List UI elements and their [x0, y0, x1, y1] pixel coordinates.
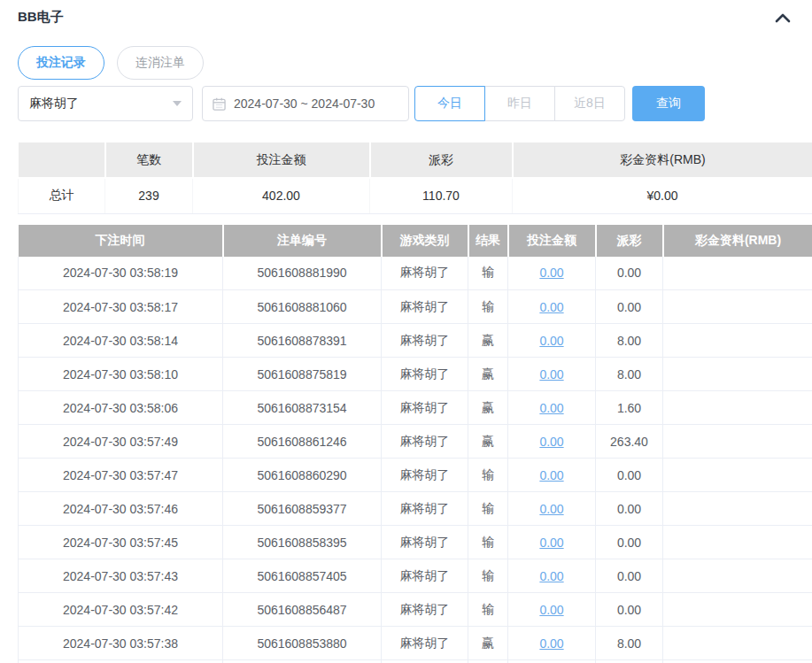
result-cell: 输	[468, 257, 508, 290]
summary-total-payout: 110.70	[370, 178, 513, 213]
bet-amount-cell: 0.00	[508, 425, 596, 459]
jackpot-cell	[663, 391, 812, 425]
result-cell: 输	[468, 593, 508, 627]
order-number-cell: 5061608881990	[223, 257, 382, 290]
collapse-button[interactable]	[775, 12, 791, 23]
payout-cell: 0.00	[596, 559, 663, 593]
table-row: 2024-07-30 03:57:43 5061608857405 麻将胡了 输…	[19, 559, 812, 593]
col-payout: 派彩	[596, 225, 663, 257]
date-range-input[interactable]: 2024-07-30 ~ 2024-07-30	[202, 86, 409, 121]
bet-amount-link[interactable]: 0.00	[539, 367, 563, 382]
result-cell: 赢	[468, 627, 508, 660]
jackpot-cell	[663, 358, 812, 391]
summary-table: 笔数 投注金额 派彩 彩金资料(RMB) 总计 239 402.00 110.7…	[18, 143, 812, 214]
records-header-row: 下注时间 注单编号 游戏类别 结果 投注金额 派彩 彩金资料(RMB)	[19, 225, 812, 257]
table-row: 2024-07-30 03:57:47 5061608860290 麻将胡了 输…	[19, 459, 812, 492]
summary-col-blank	[19, 143, 105, 178]
records-tbody: 2024-07-30 03:58:19 5061608881990 麻将胡了 输…	[19, 257, 812, 663]
range-button-last8days[interactable]: 近8日	[554, 86, 625, 121]
bet-amount-cell	[508, 660, 596, 663]
bet-amount-link[interactable]: 0.00	[539, 266, 563, 280]
order-number-cell: 5061608856487	[223, 593, 382, 627]
payout-cell: 0.00	[596, 593, 663, 627]
col-bet-time: 下注时间	[19, 225, 223, 257]
summary-total-label: 总计	[19, 178, 105, 213]
table-row: 2024-07-30 03:57:38 5061608853880 麻将胡了 赢…	[19, 627, 812, 660]
table-row: 2024-07-30 03:58:17 5061608881060 麻将胡了 输…	[19, 290, 812, 324]
bet-time-cell: 2024-07-30 03:57:43	[19, 559, 223, 593]
chevron-up-icon	[775, 12, 791, 23]
result-cell	[468, 660, 508, 663]
order-number-cell: 5061608878391	[223, 324, 382, 358]
quick-range-group: 今日 昨日 近8日	[414, 86, 625, 121]
game-category-cell: 麻将胡了	[382, 492, 468, 526]
game-category-cell: 麻将胡了	[382, 324, 468, 358]
bet-amount-link[interactable]: 0.00	[539, 435, 563, 449]
range-button-yesterday[interactable]: 昨日	[484, 86, 555, 121]
tab-cascade-orders[interactable]: 连消注单	[117, 46, 204, 80]
bet-amount-link[interactable]: 0.00	[539, 536, 563, 550]
game-category-cell: 麻将胡了	[382, 290, 468, 324]
table-row: 2024-07-30 03:58:19 5061608881990 麻将胡了 输…	[19, 257, 812, 290]
bet-amount-cell: 0.00	[508, 559, 596, 593]
bet-amount-link[interactable]: 0.00	[539, 636, 563, 651]
summary-total-row: 总计 239 402.00 110.70 ¥0.00	[19, 178, 812, 213]
calendar-icon	[213, 97, 226, 111]
chevron-down-icon	[173, 101, 182, 106]
game-select[interactable]: 麻将胡了	[18, 86, 193, 121]
bet-amount-cell: 0.00	[508, 459, 596, 492]
search-button[interactable]: 查询	[632, 86, 705, 121]
result-cell: 输	[468, 290, 508, 324]
order-number-cell: 5061608875819	[223, 358, 382, 391]
bet-time-cell: 2024-07-30 03:58:06	[19, 391, 223, 425]
game-select-value: 麻将胡了	[29, 96, 79, 112]
summary-total-jackpot: ¥0.00	[513, 178, 812, 213]
payout-cell: 0.00	[596, 492, 663, 526]
bet-amount-link[interactable]: 0.00	[539, 334, 563, 348]
payout-cell: 1.60	[596, 391, 663, 425]
jackpot-cell	[663, 559, 812, 593]
order-number-cell: 5061608857405	[223, 559, 382, 593]
order-number-cell: 5061608861246	[223, 425, 382, 459]
payout-cell: 0.00	[596, 526, 663, 559]
result-cell: 输	[468, 492, 508, 526]
summary-col-payout: 派彩	[370, 143, 513, 178]
bet-amount-link[interactable]: 0.00	[539, 569, 563, 583]
bet-amount-cell: 0.00	[508, 358, 596, 391]
jackpot-cell	[663, 425, 812, 459]
bet-amount-link[interactable]: 0.00	[539, 468, 563, 482]
result-cell: 输	[468, 459, 508, 492]
bet-amount-cell: 0.00	[508, 492, 596, 526]
table-row: 2024-07-30 03:57:49 5061608861246 麻将胡了 赢…	[19, 425, 812, 459]
tab-bet-records[interactable]: 投注记录	[18, 46, 104, 80]
table-row: 2024-07-30 03:57:42 5061608856487 麻将胡了 输…	[19, 593, 812, 627]
col-result: 结果	[468, 225, 508, 257]
payout-cell: 0.00	[596, 257, 663, 290]
record-type-tabs: 投注记录 连消注单	[18, 46, 812, 80]
bet-amount-cell: 0.00	[508, 391, 596, 425]
bet-time-cell: 2024-07-30 03:57:45	[19, 526, 223, 559]
result-cell: 输	[468, 559, 508, 593]
bet-amount-link[interactable]: 0.00	[539, 502, 563, 516]
bet-amount-link[interactable]: 0.00	[539, 401, 563, 415]
bet-amount-cell: 0.00	[508, 324, 596, 358]
bet-amount-link[interactable]: 0.00	[539, 603, 563, 617]
result-cell: 赢	[468, 425, 508, 459]
table-row: 2024-07-30 03:57:45 5061608858395 麻将胡了 输…	[19, 526, 812, 559]
game-category-cell: 麻将胡了	[382, 627, 468, 660]
summary-col-jackpot: 彩金资料(RMB)	[513, 143, 812, 178]
order-number-cell: 5061608859377	[223, 492, 382, 526]
bet-amount-cell: 0.00	[508, 526, 596, 559]
game-category-cell: 麻将胡了	[382, 358, 468, 391]
col-order-number: 注单编号	[223, 225, 382, 257]
bet-amount-link[interactable]: 0.00	[539, 300, 563, 314]
jackpot-cell	[663, 459, 812, 492]
range-button-today[interactable]: 今日	[414, 86, 485, 121]
jackpot-cell	[663, 660, 812, 663]
bet-amount-cell: 0.00	[508, 257, 596, 290]
jackpot-cell	[663, 526, 812, 559]
payout-cell: 0.00	[596, 290, 663, 324]
game-category-cell: 麻将胡了	[382, 526, 468, 559]
payout-cell: 8.00	[596, 324, 663, 358]
result-cell: 赢	[468, 391, 508, 425]
